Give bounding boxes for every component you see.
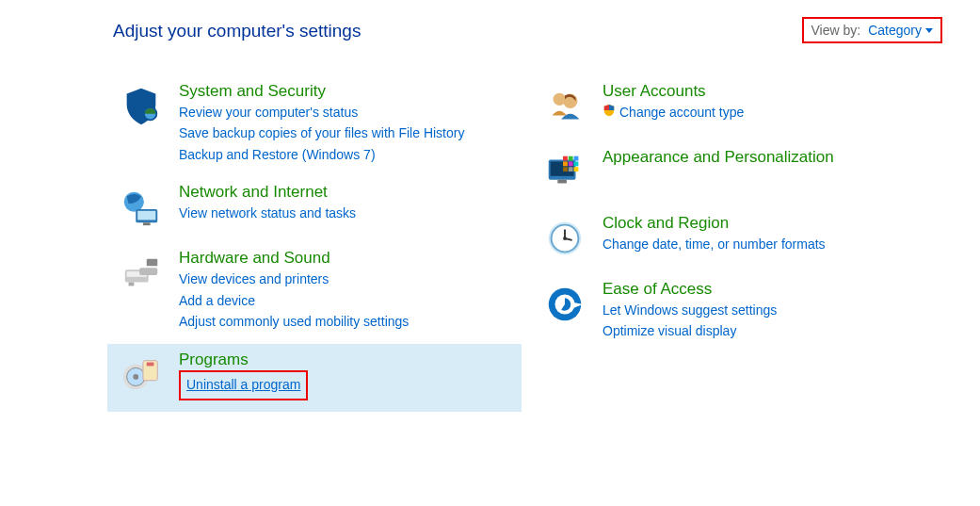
svg-point-13 <box>133 374 138 380</box>
category-heading-hardware[interactable]: Hardware and Sound <box>179 248 512 269</box>
svg-rect-23 <box>574 156 579 161</box>
category-heading-programs[interactable]: Programs <box>179 350 512 370</box>
category-heading-users[interactable]: User Accounts <box>602 81 936 102</box>
link-hardware-2[interactable]: Adjust commonly used mobility settings <box>179 311 512 332</box>
category-system: System and SecurityReview your computer'… <box>107 75 522 176</box>
system-icon <box>117 81 166 130</box>
link-system-1[interactable]: Save backup copies of your files with Fi… <box>179 122 512 143</box>
category-users: User AccountsChange account type <box>531 75 945 141</box>
svg-rect-10 <box>147 259 158 267</box>
category-clock: Clock and RegionChange date, time, or nu… <box>531 207 945 273</box>
view-by-dropdown[interactable]: Category <box>868 23 933 38</box>
svg-point-34 <box>563 237 567 240</box>
appearance-icon <box>540 147 589 196</box>
ease-icon <box>540 279 589 328</box>
link-programs-0[interactable]: Uninstall a program <box>179 370 512 400</box>
view-by-value: Category <box>868 23 922 38</box>
page-title: Adjust your computer's settings <box>113 21 361 41</box>
category-heading-ease[interactable]: Ease of Access <box>602 279 936 300</box>
programs-icon <box>117 350 166 399</box>
category-hardware: Hardware and SoundView devices and print… <box>107 242 522 343</box>
view-by-label: View by: <box>811 23 861 38</box>
category-appearance: Appearance and Personalization <box>531 141 945 207</box>
svg-rect-27 <box>563 167 568 171</box>
link-system-2[interactable]: Backup and Restore (Windows 7) <box>179 144 512 165</box>
link-clock-0[interactable]: Change date, time, or number formats <box>602 234 936 254</box>
link-network-0[interactable]: View network status and tasks <box>179 203 512 223</box>
category-heading-system[interactable]: System and Security <box>179 81 512 102</box>
svg-rect-9 <box>129 283 135 286</box>
category-heading-network[interactable]: Network and Internet <box>179 182 512 203</box>
svg-rect-25 <box>569 162 573 167</box>
svg-rect-5 <box>143 223 151 226</box>
clock-icon <box>540 213 589 262</box>
link-system-0[interactable]: Review your computer's status <box>179 102 512 122</box>
svg-rect-29 <box>574 167 579 171</box>
category-ease: Ease of AccessLet Windows suggest settin… <box>531 273 945 353</box>
category-programs: ProgramsUninstall a program <box>107 344 522 412</box>
svg-rect-22 <box>569 156 573 161</box>
link-users-0[interactable]: Change account type <box>602 102 936 122</box>
network-icon <box>117 182 166 231</box>
link-hardware-0[interactable]: View devices and printers <box>179 269 512 289</box>
shield-icon <box>602 102 616 122</box>
hardware-icon <box>117 248 166 297</box>
svg-rect-15 <box>147 362 154 366</box>
chevron-down-icon <box>925 28 933 33</box>
svg-rect-28 <box>569 167 573 171</box>
link-ease-1[interactable]: Optimize visual display <box>602 320 936 341</box>
svg-rect-20 <box>557 180 567 184</box>
view-by-selector: View by: Category <box>802 17 942 43</box>
svg-rect-8 <box>139 269 157 276</box>
category-network: Network and InternetView network status … <box>107 176 522 242</box>
link-hardware-1[interactable]: Add a device <box>179 290 512 311</box>
svg-rect-24 <box>563 162 568 167</box>
svg-rect-26 <box>574 162 579 167</box>
category-heading-appearance[interactable]: Appearance and Personalization <box>602 147 936 168</box>
users-icon <box>540 81 589 130</box>
svg-rect-21 <box>563 156 568 161</box>
svg-rect-4 <box>137 211 155 220</box>
link-ease-0[interactable]: Let Windows suggest settings <box>602 300 936 320</box>
category-heading-clock[interactable]: Clock and Region <box>602 213 936 234</box>
